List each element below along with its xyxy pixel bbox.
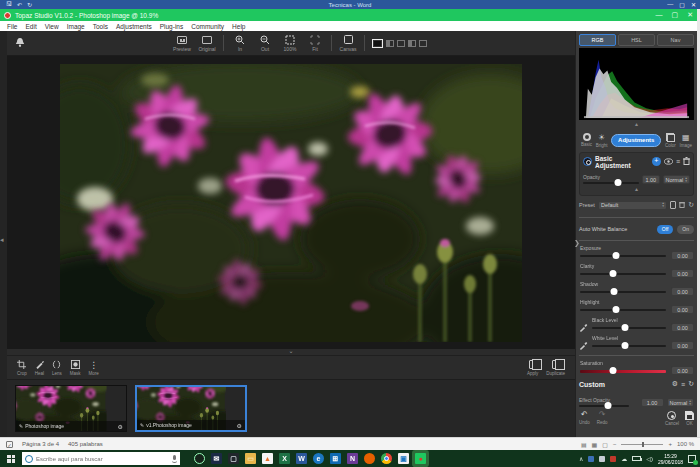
white-level-value[interactable]: 0.00 xyxy=(671,341,694,350)
battery-icon[interactable] xyxy=(632,456,641,461)
filmstrip-thumbnail-edited[interactable]: ✎ v1.Photoshop image ⚙ xyxy=(135,385,247,432)
taskbar-icon-store[interactable]: ⊞ xyxy=(330,453,341,464)
add-adjustment-icon[interactable]: + xyxy=(652,157,661,166)
taskbar-icon-photos[interactable]: ▣ xyxy=(398,453,409,464)
action-center-icon[interactable] xyxy=(688,455,696,463)
web-layout-icon[interactable]: ▢ xyxy=(602,441,608,448)
tab-rgb[interactable]: RGB xyxy=(579,34,616,46)
clarity-slider[interactable] xyxy=(580,273,666,275)
zoom-out-minus[interactable]: − xyxy=(613,441,617,447)
word-count[interactable]: 405 palabras xyxy=(68,441,103,447)
redo-button[interactable]: ↷ Redo xyxy=(597,411,608,425)
adjustments-tab-button[interactable]: Adjustments xyxy=(611,134,661,147)
thumbnail-gear-icon[interactable]: ⚙ xyxy=(237,422,242,429)
tray-icon-3[interactable] xyxy=(610,456,616,462)
microphone-icon[interactable] xyxy=(172,455,177,463)
heal-tool-button[interactable]: Heal xyxy=(35,360,44,376)
zoom-in-button[interactable]: In xyxy=(231,34,249,52)
ok-button[interactable]: OK xyxy=(685,411,694,426)
saturation-slider[interactable] xyxy=(580,370,666,373)
word-close-button[interactable]: ✕ xyxy=(691,1,696,8)
word-zoom-slider[interactable] xyxy=(621,444,663,445)
black-level-slider[interactable] xyxy=(592,327,666,329)
menu-hamburger-icon[interactable]: ≡ xyxy=(681,381,685,388)
tray-expand-chevron[interactable]: ∧ xyxy=(579,455,583,462)
tab-nav[interactable]: Nav xyxy=(657,34,694,46)
menu-file[interactable]: File xyxy=(3,23,21,30)
tray-icon-2[interactable] xyxy=(599,456,605,462)
awb-off-button[interactable]: Off xyxy=(657,225,674,234)
menu-edit[interactable]: Edit xyxy=(21,23,40,30)
taskbar-clock[interactable]: 15:29 29/06/2018 xyxy=(658,453,683,465)
filmstrip-thumbnail-original[interactable]: ✎ Photoshop image ⚙ xyxy=(15,385,127,432)
basic-panel-button[interactable]: Basic xyxy=(581,133,592,147)
zoom-out-button[interactable]: Out xyxy=(256,34,274,52)
taskbar-search[interactable] xyxy=(22,452,180,465)
clarity-value[interactable]: 0.00 xyxy=(671,269,694,278)
minimize-button[interactable]: — xyxy=(656,11,663,19)
maximize-button[interactable]: ▢ xyxy=(672,11,679,19)
original-button[interactable]: Original xyxy=(198,34,216,52)
opacity-slider[interactable] xyxy=(583,182,639,184)
white-level-slider[interactable] xyxy=(592,345,666,347)
reset-icon[interactable]: ↻ xyxy=(688,380,694,388)
trash-icon[interactable] xyxy=(683,157,690,166)
effect-opacity-value[interactable]: 1.00 xyxy=(641,398,664,407)
menu-community[interactable]: Community xyxy=(187,23,228,30)
black-level-eyedropper-icon[interactable] xyxy=(579,323,588,332)
volume-icon[interactable]: ◁) xyxy=(646,455,653,462)
opacity-value[interactable]: 1.00 xyxy=(642,175,660,184)
zoom-100-button[interactable]: 100% xyxy=(281,34,299,52)
zoom-fit-button[interactable]: Fit xyxy=(306,34,324,52)
word-zoom-level[interactable]: 100 % xyxy=(677,441,694,447)
view-dual-icon[interactable] xyxy=(419,40,427,47)
taskbar-icon-edge[interactable]: e xyxy=(313,453,324,464)
reset-icon[interactable]: ↻ xyxy=(688,201,694,209)
menu-hamburger-icon[interactable]: ≡ xyxy=(676,158,680,165)
view-single-icon[interactable] xyxy=(372,39,383,48)
taskbar-icon-mail[interactable]: ✉ xyxy=(211,453,222,464)
notifications-bell-icon[interactable] xyxy=(15,34,25,52)
word-minimize-button[interactable]: — xyxy=(667,1,673,8)
preview-button[interactable]: Preview xyxy=(173,34,191,52)
zoom-in-plus[interactable]: + xyxy=(668,441,672,447)
highlight-value[interactable]: 0.00 xyxy=(671,305,694,314)
shadow-slider[interactable] xyxy=(580,291,666,293)
spellcheck-icon[interactable]: ✓ xyxy=(6,441,13,448)
black-level-value[interactable]: 0.00 xyxy=(671,323,694,332)
menu-help[interactable]: Help xyxy=(228,23,249,30)
onedrive-cloud-icon[interactable]: ☁ xyxy=(621,455,627,462)
exposure-slider[interactable] xyxy=(580,255,666,257)
thumbnail-gear-icon[interactable]: ⚙ xyxy=(118,423,123,430)
undo-button[interactable]: ↶ Undo xyxy=(579,411,590,425)
more-tools-button[interactable]: ⋮ More xyxy=(89,360,99,376)
menu-image[interactable]: Image xyxy=(63,23,89,30)
taskbar-icon-firefox[interactable] xyxy=(364,453,375,464)
cancel-button[interactable]: Cancel xyxy=(665,411,679,426)
save-preset-icon[interactable] xyxy=(670,201,676,209)
left-panel-expand-chevron[interactable]: ◂ xyxy=(0,236,4,244)
apply-button[interactable]: Apply xyxy=(527,360,538,376)
right-panel-collapse-chevron[interactable]: ❯ xyxy=(574,239,580,247)
crop-tool-button[interactable]: Crop xyxy=(17,360,27,376)
color-panel-button[interactable]: Color xyxy=(665,133,676,148)
mask-tool-button[interactable]: Mask xyxy=(70,360,81,376)
start-button[interactable] xyxy=(0,450,22,467)
taskbar-icon-desktop[interactable]: ▢ xyxy=(228,453,239,464)
view-side-by-side-icon[interactable] xyxy=(397,40,405,47)
duplicate-button[interactable]: Duplicate xyxy=(546,360,565,376)
visibility-eye-icon[interactable] xyxy=(664,158,673,166)
print-layout-icon[interactable]: ▦ xyxy=(592,441,598,448)
shadow-value[interactable]: 0.00 xyxy=(671,287,694,296)
preset-dropdown[interactable]: Default ▴▾ xyxy=(598,201,667,210)
tab-hsl[interactable]: HSL xyxy=(618,34,655,46)
delete-preset-icon[interactable] xyxy=(679,201,685,209)
word-maximize-button[interactable]: ▢ xyxy=(679,1,685,8)
taskbar-icon-vlc[interactable]: ▲ xyxy=(262,453,273,464)
taskbar-icon-word[interactable]: W xyxy=(296,453,307,464)
view-split-vertical-icon[interactable] xyxy=(408,40,416,47)
effects-gear-icon[interactable]: ⚙ xyxy=(672,380,678,388)
awb-on-button[interactable]: On xyxy=(677,225,694,234)
taskbar-icon-topaz-studio[interactable]: ● xyxy=(415,453,426,464)
taskbar-icon-file-explorer[interactable]: ▭ xyxy=(245,453,256,464)
